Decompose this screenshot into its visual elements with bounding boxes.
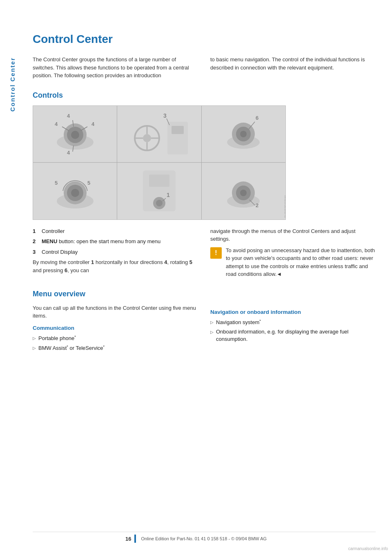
img-panel-6: 2 W02US2101H1 <box>202 163 285 219</box>
svg-text:5: 5 <box>87 180 90 186</box>
nav-item-1: ▷ Navigation system* <box>210 318 376 327</box>
svg-text:1: 1 <box>167 192 170 198</box>
menu-overview-intro: You can call up all the functions in the… <box>33 304 198 320</box>
nav-item-2-text: Onboard information, e.g. for displaying… <box>216 328 376 343</box>
menu-two-col: You can call up all the functions in the… <box>33 304 376 354</box>
arrow-icon-1: ▷ <box>33 336 36 341</box>
item-number-3: 3 <box>33 248 38 256</box>
svg-point-31 <box>71 189 79 197</box>
item-number-1: 1 <box>33 227 38 235</box>
list-item-2: 2 MENU button: open the start menu from … <box>33 237 198 246</box>
body-text-left: By moving the controller 1 horizontally … <box>33 258 198 274</box>
list-right: navigate through the menus of the Contro… <box>210 227 376 278</box>
img-panel-5: 1 <box>117 163 201 219</box>
warning-icon: ! <box>210 247 222 259</box>
svg-text:5: 5 <box>55 180 58 186</box>
menu-overview-heading: Menu overview <box>33 290 376 298</box>
svg-rect-19 <box>172 126 184 134</box>
svg-text:4: 4 <box>55 121 58 127</box>
body-text-right: navigate through the menus of the Contro… <box>210 227 376 243</box>
warning-box: ! To avoid posing an unnecessary hazard … <box>210 246 376 278</box>
intro-left: The Control Center groups the functions … <box>33 56 198 80</box>
bold-menu: MENU <box>42 238 57 244</box>
footer-text: Online Edition for Part-No. 01 41 0 158 … <box>141 536 267 541</box>
svg-rect-35 <box>149 175 169 187</box>
watermark: carmanualsonline.info <box>348 546 388 551</box>
svg-point-43 <box>240 190 247 196</box>
img-panel-4: 5 5 <box>33 163 117 219</box>
img-panel-2: 3 <box>117 106 201 163</box>
arrow-icon-2: ▷ <box>33 345 36 351</box>
comm-item-1: ▷ Portable phone* <box>33 334 198 342</box>
svg-text:3: 3 <box>163 112 167 119</box>
sidebar: Control Center <box>0 0 24 555</box>
img-panel-1: 4 4 4 4 <box>33 106 117 163</box>
nav-onboard-heading: Navigation or onboard information <box>210 309 376 315</box>
page-title: Control Center <box>33 33 376 46</box>
svg-text:6: 6 <box>256 115 258 121</box>
item-text-3: Control Display <box>42 248 198 256</box>
controls-image: 4 4 4 4 <box>33 105 286 220</box>
svg-text:4: 4 <box>67 113 70 119</box>
nav-item-1-text: Navigation system* <box>216 318 261 327</box>
intro-right: to basic menu navigation. The control of… <box>210 56 376 80</box>
main-content: Control Center The Control Center groups… <box>33 0 376 379</box>
svg-point-25 <box>240 131 247 137</box>
comm-item-1-text: Portable phone* <box>38 334 76 342</box>
comm-item-2-text: BMW Assist* or TeleService* <box>38 344 105 352</box>
numbered-list-area: 1 Controller 2 MENU button: open the sta… <box>33 227 376 278</box>
svg-point-13 <box>143 134 151 142</box>
intro-section: The Control Center groups the functions … <box>33 56 376 80</box>
nav-item-2: ▷ Onboard information, e.g. for displayi… <box>210 328 376 343</box>
controls-heading: Controls <box>33 91 376 100</box>
menu-overview-section: Menu overview You can call up all the fu… <box>33 290 376 354</box>
item-number-2: 2 <box>33 237 38 246</box>
list-left: 1 Controller 2 MENU button: open the sta… <box>33 227 198 278</box>
item-text-1: Controller <box>42 227 198 235</box>
menu-col-right: Navigation or onboard information ▷ Navi… <box>210 304 376 354</box>
menu-col-left: You can call up all the functions in the… <box>33 304 198 354</box>
arrow-icon-4: ▷ <box>210 329 214 335</box>
img-panel-3: 6 <box>202 106 285 163</box>
arrow-icon-3: ▷ <box>210 320 214 325</box>
image-grid: 4 4 4 4 <box>33 106 285 219</box>
comm-item-2: ▷ BMW Assist* or TeleService* <box>33 344 198 352</box>
footer-bar-decoration <box>134 535 136 543</box>
svg-text:2: 2 <box>256 202 258 208</box>
footer: 16 Online Edition for Part-No. 01 41 0 1… <box>0 535 392 543</box>
warning-text: To avoid posing an unnecessary hazard du… <box>226 246 376 278</box>
page-number: 16 <box>125 536 131 542</box>
svg-text:4: 4 <box>91 121 95 127</box>
footer-divider <box>33 532 376 532</box>
list-item-1: 1 Controller <box>33 227 198 235</box>
communication-heading: Communication <box>33 325 198 331</box>
svg-point-37 <box>156 200 163 206</box>
sidebar-label: Control Center <box>9 57 16 112</box>
svg-point-3 <box>71 131 79 139</box>
item-text-2: MENU button: open the start menu from an… <box>42 237 198 246</box>
svg-text:4: 4 <box>67 150 70 156</box>
list-item-3: 3 Control Display <box>33 248 198 256</box>
image-watermark: W02US2101H1 <box>284 195 285 218</box>
